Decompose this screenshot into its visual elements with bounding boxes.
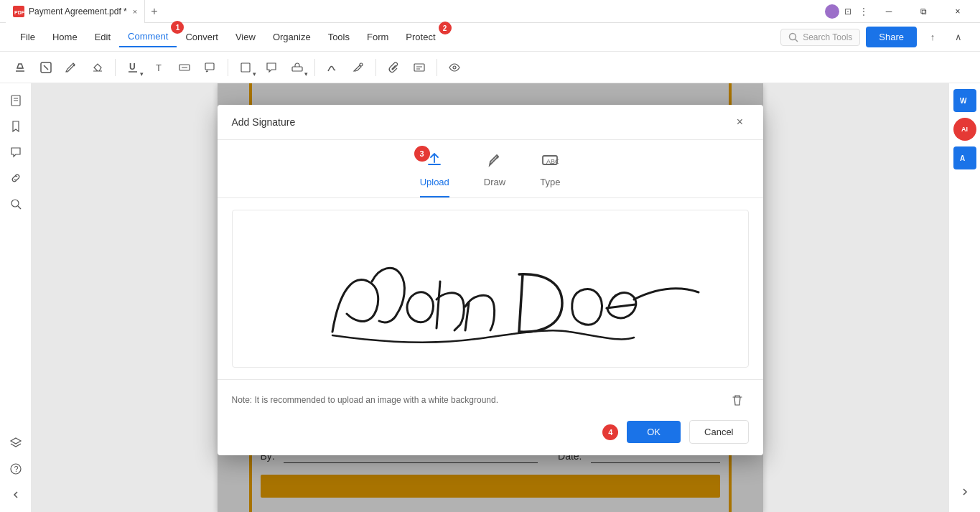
search-tools-input[interactable]: Search Tools	[780, 29, 860, 46]
pen-tool[interactable]	[60, 56, 83, 79]
menu-convert[interactable]: Convert	[177, 27, 227, 47]
sidebar-link-button[interactable]	[4, 167, 27, 190]
restore-button[interactable]: ⧉	[907, 0, 940, 23]
pdf-page: Add Signature × 3 Upload	[218, 83, 763, 512]
upload-label: Upload	[420, 177, 449, 187]
right-panel-collapse[interactable]	[958, 485, 971, 501]
menu-form[interactable]: Form	[358, 27, 397, 47]
left-sidebar: ?	[0, 83, 32, 512]
tab-payment-agreement[interactable]: PDF Payment Agreement.pdf * ×	[6, 0, 145, 23]
dialog-footer-actions	[726, 388, 749, 411]
toolbar: U ▾ T ▾ ▾	[0, 52, 980, 83]
svg-text:T: T	[156, 62, 162, 73]
tab-type[interactable]: ABC Type	[540, 152, 560, 197]
sidebar-layers-button[interactable]	[4, 432, 27, 455]
menu-protect[interactable]: Protect 2	[397, 27, 444, 47]
ok-button[interactable]: OK	[627, 421, 681, 443]
close-tab-button[interactable]: ×	[133, 7, 137, 16]
tab-title: Payment Agreement.pdf *	[29, 6, 127, 17]
sidebar-search-button[interactable]	[4, 192, 27, 215]
ok-badge: 4	[602, 424, 618, 440]
toolbar-divider-3	[314, 59, 315, 76]
dialog-note: Note: It is recommended to upload an ima…	[232, 395, 499, 405]
attachment-tool[interactable]	[382, 56, 405, 79]
svg-point-15	[360, 63, 363, 66]
menubar-right: Search Tools Share ↑ ∧	[780, 27, 969, 47]
cancel-button[interactable]: Cancel	[689, 420, 748, 444]
minimize-button[interactable]: ─	[872, 0, 905, 23]
menu-view[interactable]: View	[227, 27, 264, 47]
toolbar-divider-1	[115, 59, 116, 76]
underline-tool[interactable]: U ▾	[121, 56, 144, 79]
dialog-overlay: Add Signature × 3 Upload	[218, 83, 763, 512]
svg-point-19	[453, 66, 456, 69]
draw-tool[interactable]	[347, 56, 370, 79]
ai-button[interactable]: AI	[953, 118, 976, 141]
dialog-footer: Note: It is recommended to upload an ima…	[218, 379, 763, 420]
tab-draw[interactable]: Draw	[484, 152, 505, 197]
svg-rect-16	[414, 64, 424, 71]
eraser-tool[interactable]	[86, 56, 109, 79]
type-icon: ABC	[541, 152, 559, 172]
svg-text:?: ?	[14, 465, 18, 473]
textbox-tool[interactable]	[173, 56, 196, 79]
tab-upload[interactable]: 3 Upload	[420, 152, 449, 197]
pdf-area: Add Signature × 3 Upload	[32, 83, 948, 512]
text-tool[interactable]: T	[147, 56, 170, 79]
shape-tool[interactable]: ▾	[234, 56, 257, 79]
share-button[interactable]: Share	[866, 27, 917, 47]
sidebar-help-button[interactable]: ?	[4, 457, 27, 480]
sidebar-comment-button[interactable]	[4, 141, 27, 164]
toolbar-divider-2	[228, 59, 228, 76]
menu-edit[interactable]: Edit	[86, 27, 119, 47]
highlight-tool[interactable]	[9, 56, 32, 79]
more-options-button[interactable]: ⋮	[857, 4, 871, 19]
svg-text:PDF: PDF	[14, 10, 24, 15]
svg-text:ABC: ABC	[546, 158, 559, 165]
svg-rect-12	[205, 63, 214, 70]
svg-text:U: U	[129, 62, 136, 72]
profile-avatar[interactable]	[825, 4, 839, 19]
switch-view-button[interactable]: ⊡	[841, 4, 855, 19]
callout-tool[interactable]	[199, 56, 222, 79]
close-window-button[interactable]: ×	[941, 0, 974, 23]
dialog-header: Add Signature ×	[218, 105, 763, 140]
sidebar-collapse-button[interactable]	[4, 483, 27, 506]
new-tab-button[interactable]: +	[145, 5, 163, 18]
edit-tool[interactable]	[408, 56, 431, 79]
menu-tools[interactable]: Tools	[319, 27, 358, 47]
delete-signature-button[interactable]	[726, 388, 749, 411]
signature-tool[interactable]	[321, 56, 344, 79]
svg-text:A: A	[960, 154, 965, 162]
draw-icon	[486, 152, 503, 172]
select-tool[interactable]	[34, 56, 57, 79]
search-icon	[788, 32, 798, 42]
svg-point-3	[790, 33, 796, 39]
type-label: Type	[540, 177, 560, 187]
draw-label: Draw	[484, 177, 505, 187]
search-tools-label: Search Tools	[803, 32, 852, 42]
svg-line-4	[795, 39, 798, 42]
right-sidebar: W AI A	[948, 83, 980, 512]
word-doc-button[interactable]: A	[953, 146, 976, 169]
word-icon-button[interactable]: W	[953, 89, 976, 112]
comment-tool[interactable]	[260, 56, 283, 79]
dialog-buttons-row: 4 OK Cancel	[218, 420, 763, 455]
svg-text:W: W	[960, 97, 967, 105]
menu-organize[interactable]: Organize	[264, 27, 319, 47]
sidebar-pages-button[interactable]	[4, 89, 27, 112]
settings-chevron-button[interactable]: ∧	[948, 27, 969, 47]
dialog-close-button[interactable]: ×	[732, 113, 749, 131]
menu-comment[interactable]: Comment 1	[119, 27, 177, 47]
upload-nav-button[interactable]: ↑	[923, 27, 943, 47]
signature-image	[275, 217, 706, 360]
menu-file[interactable]: File	[11, 27, 44, 47]
upload-badge: 3	[414, 146, 430, 162]
sidebar-bookmark-button[interactable]	[4, 115, 27, 138]
stamp-tool[interactable]: ▾	[286, 56, 309, 79]
eye-tool[interactable]	[443, 56, 466, 79]
menu-home[interactable]: Home	[44, 27, 86, 47]
signature-preview-area	[232, 210, 749, 368]
svg-point-2	[827, 6, 837, 17]
menubar: File Home Edit Comment 1 Convert View Or…	[0, 23, 980, 52]
